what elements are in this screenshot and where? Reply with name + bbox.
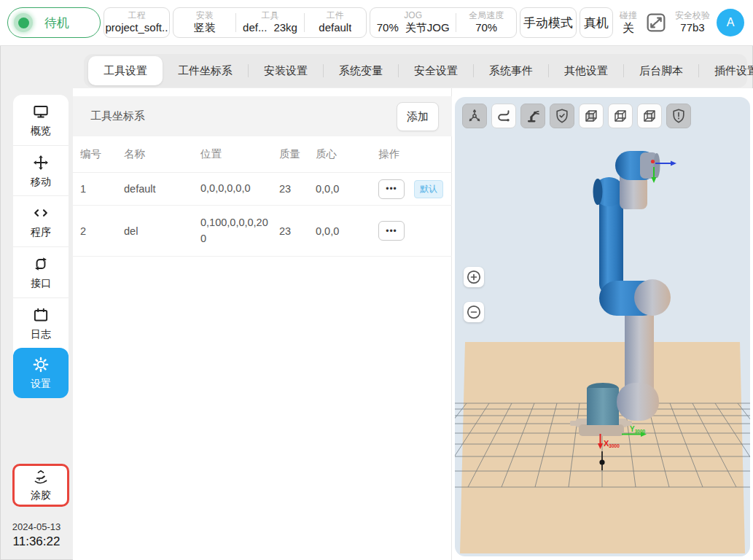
zoom-in-icon (465, 268, 483, 286)
sidebar-item-program[interactable]: 程序 (13, 195, 69, 246)
cube-shaded-icon (582, 107, 600, 125)
tool-selector[interactable]: 工具 def... 23kg (236, 8, 303, 37)
project-value: project_soft... (106, 21, 168, 35)
safety-value: 77b3 (680, 21, 704, 35)
cell-name: del (124, 225, 200, 237)
table-row[interactable]: 1 default 0,0,0,0,0,0 23 0,0,0 ••• 默认 (73, 173, 452, 206)
settings-tabbar: 工具设置 工件坐标系 安装设置 系统变量 安全设置 系统事件 其他设置 后台脚本… (84, 54, 747, 88)
mount-selector[interactable]: 安装 竖装 (173, 8, 235, 37)
tab-mount-settings[interactable]: 安装设置 (249, 56, 323, 85)
path-icon (495, 107, 512, 125)
calendar-icon (31, 306, 50, 324)
tab-plugin-settings[interactable]: 插件设置 (699, 56, 753, 85)
sidebar-item-interface[interactable]: 接口 (13, 246, 69, 298)
topbar: 待机 工程 project_soft... 安装 竖装 工具 def... 23… (0, 0, 753, 46)
path-toggle-button[interactable] (491, 104, 516, 128)
cell-centroid: 0,0,0 (316, 225, 378, 237)
tool-label: 工具 (262, 10, 279, 21)
sidebar-item-settings[interactable]: 设置 (13, 348, 69, 398)
project-selector[interactable]: 工程 project_soft... (104, 7, 170, 38)
collision-value: 关 (623, 21, 634, 36)
scene-3d[interactable]: Y3000 X3000 (455, 97, 750, 556)
status-label: 待机 (44, 15, 69, 31)
mount-value: 竖装 (194, 21, 216, 35)
tab-system-variables[interactable]: 系统变量 (324, 56, 398, 85)
cell-name: default (124, 183, 200, 195)
safety-zone-button[interactable] (550, 104, 574, 128)
expand-icon (644, 11, 668, 34)
zoom-in-button[interactable] (464, 267, 484, 287)
tab-workpiece-frame[interactable]: 工件坐标系 (163, 56, 248, 85)
robot-arm-icon (524, 107, 542, 125)
sidebar-item-overview[interactable]: 概览 (13, 95, 69, 145)
robot-control-app: 待机 工程 project_soft... 安装 竖装 工具 def... 23… (0, 0, 753, 560)
time-label: 11:36:22 (0, 534, 73, 551)
sidebar-item-gluing-plugin[interactable]: 涂胶 (12, 464, 69, 507)
loop-icon (31, 254, 50, 273)
tab-tool-settings[interactable]: 工具设置 (88, 56, 163, 85)
cube-wire-button[interactable] (608, 104, 633, 128)
table-header-row: 编号 名称 位置 质量 质心 操作 (73, 136, 452, 173)
tool-value: def... (243, 21, 267, 35)
cell-position: 0,0,0,0,0,0 (200, 181, 279, 197)
col-no: 编号 (80, 147, 124, 161)
clock: 2024-05-13 11:36:22 (0, 521, 73, 550)
workpiece-selector[interactable]: 工件 default (305, 8, 366, 37)
axes-toggle-button[interactable] (462, 104, 487, 128)
cube-view-button[interactable] (579, 104, 604, 128)
add-button[interactable]: 添加 (397, 102, 439, 131)
cell-mass: 23 (279, 183, 316, 195)
jog-label: JOG (404, 10, 422, 21)
cube-wire-icon (612, 107, 629, 125)
panel-title: 工具坐标系 (90, 109, 145, 123)
zoom-out-button[interactable] (464, 302, 484, 322)
sidebar-item-log[interactable]: 日志 (13, 298, 69, 349)
safety-checksum: 安全校验 77b3 (671, 10, 714, 35)
viewer-toolbar (462, 104, 691, 128)
shield-alert-icon (670, 107, 687, 125)
tab-other-settings[interactable]: 其他设置 (549, 56, 623, 85)
workpiece-value: default (319, 21, 351, 35)
collision-label: 碰撞 (620, 10, 637, 21)
cell-centroid: 0,0,0 (316, 183, 378, 195)
safety-alert-button[interactable] (666, 104, 691, 128)
shield-check-icon (553, 107, 571, 125)
ground-plane (460, 342, 745, 553)
tab-background-script[interactable]: 后台脚本 (624, 56, 698, 85)
tool-settings-panel: 工具坐标系 添加 编号 名称 位置 质量 质心 操作 1 default 0,0… (73, 88, 452, 560)
manual-mode-button[interactable]: 手动模式 (520, 7, 577, 38)
mount-label: 安装 (196, 10, 214, 21)
cell-position: 0,100,0,0,0,200 (200, 215, 279, 247)
jog-speed-group: JOG 70% 关节JOG 全局速度 70% (370, 7, 517, 38)
table-row[interactable]: 2 del 0,100,0,0,0,200 23 0,0,0 ••• (73, 206, 452, 257)
col-mass: 质量 (279, 147, 316, 161)
code-icon (31, 203, 50, 222)
fullscreen-button[interactable] (644, 10, 668, 35)
robot-visibility-button[interactable] (520, 104, 545, 128)
collision-toggle[interactable]: 碰撞 关 (616, 10, 641, 36)
tab-system-events[interactable]: 系统事件 (474, 56, 548, 85)
more-actions-button[interactable]: ••• (378, 179, 405, 199)
more-actions-button[interactable]: ••• (378, 221, 405, 241)
sidebar-item-move[interactable]: 移动 (13, 145, 69, 196)
date-label: 2024-05-13 (0, 521, 73, 534)
cell-no: 2 (80, 225, 124, 237)
status-indicator[interactable]: 待机 (7, 7, 101, 38)
axes-icon (466, 107, 483, 125)
avatar[interactable]: A (717, 9, 744, 36)
default-badge: 默认 (414, 180, 443, 198)
tab-safety-settings[interactable]: 安全设置 (399, 56, 473, 85)
cube-open-icon (641, 107, 658, 125)
global-speed-value: 70% (475, 21, 497, 35)
tool-payload: 23kg (273, 21, 297, 35)
status-dot-icon (14, 13, 33, 32)
real-robot-button[interactable]: 真机 (580, 7, 613, 38)
global-speed-label: 全局速度 (469, 10, 504, 21)
safety-label: 安全校验 (675, 10, 710, 21)
sidebar-nav: 概览 移动 程序 接口 (13, 95, 69, 398)
project-label: 工程 (128, 10, 146, 21)
jog-selector[interactable]: JOG 70% 关节JOG (370, 8, 456, 37)
cell-no: 1 (80, 183, 124, 195)
global-speed-selector[interactable]: 全局速度 70% (456, 8, 516, 37)
cube-open-button[interactable] (637, 104, 662, 128)
